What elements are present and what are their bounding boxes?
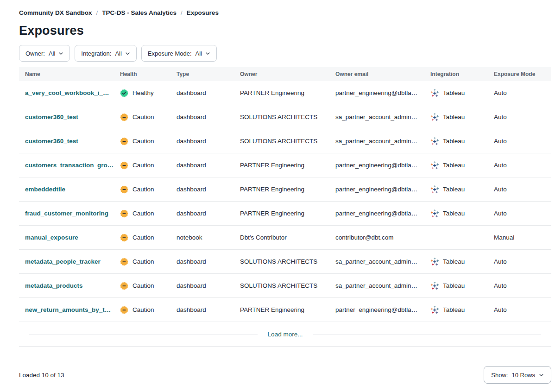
owner-cell: PARTNER Engineering — [234, 89, 329, 96]
exposure-name-link[interactable]: metadata_products — [25, 282, 83, 289]
exposure-name-link[interactable]: customers_transaction_gro… — [25, 162, 114, 169]
owner-filter-dropdown[interactable]: Owner: All — [19, 45, 70, 62]
integration-filter-label: Integration: — [81, 50, 111, 57]
chevron-down-icon — [539, 373, 544, 378]
health-status-icon — [120, 137, 128, 145]
exposure-name-link[interactable]: metadata_people_tracker — [25, 258, 101, 265]
type-cell: notebook — [170, 234, 234, 241]
owner-cell: SOLUTIONS ARCHITECTS — [234, 258, 329, 265]
owner-email-cell: sa_partner_account_admin… — [329, 114, 424, 120]
health-label: Caution — [132, 234, 154, 241]
owner-email-cell: partner_engineering@dbtla… — [329, 306, 424, 313]
breadcrumb-item-account[interactable]: Community DX Sandbox — [19, 9, 92, 16]
integration-cell: Tableau — [424, 305, 488, 314]
chevron-down-icon — [58, 51, 63, 56]
divider — [29, 334, 258, 335]
table-row: fraud_customer_monitoring — [19, 202, 551, 226]
health-label: Caution — [132, 162, 154, 169]
tableau-icon — [430, 281, 439, 290]
integration-cell: Tableau — [424, 137, 488, 145]
integration-cell: Tableau — [424, 161, 488, 170]
type-cell: dashboard — [170, 138, 234, 145]
integration-label: Tableau — [443, 89, 465, 96]
exposure-mode-cell: Auto — [488, 306, 551, 313]
owner-filter-label: Owner: — [25, 50, 45, 57]
breadcrumb-item-project[interactable]: TPC-DS - Sales Analytics — [102, 9, 177, 16]
exposure-name-link[interactable]: embeddedtile — [25, 186, 65, 193]
divider — [313, 334, 541, 335]
health-label: Caution — [132, 306, 154, 313]
health-label: Caution — [132, 258, 154, 265]
integration-label: Tableau — [443, 186, 465, 193]
page-title: Exposures — [19, 24, 551, 38]
health-status-icon — [120, 161, 128, 170]
health-status-icon — [120, 185, 128, 194]
exposure-name-link[interactable]: new_return_amounts_by_t… — [25, 306, 111, 313]
integration-label: Tableau — [443, 138, 465, 145]
table-row: customers_transaction_gro… — [19, 153, 551, 177]
column-header-owner: Owner — [234, 71, 329, 77]
show-rows-button[interactable]: Show: 10 Rows — [484, 366, 551, 384]
health-label: Caution — [132, 138, 154, 145]
exposure-name-link[interactable]: manual_exposure — [25, 234, 78, 241]
column-header-name: Name — [19, 71, 114, 77]
column-header-health: Health — [114, 71, 170, 77]
chevron-down-icon — [125, 51, 130, 56]
owner-cell: PARTNER Engineering — [234, 162, 329, 169]
health-status-icon — [120, 209, 128, 218]
load-more-button[interactable]: Load more... — [258, 331, 313, 338]
table-row: customer360_test — [19, 129, 551, 153]
type-cell: dashboard — [170, 306, 234, 313]
show-rows-label: Show: — [491, 372, 508, 379]
type-cell: dashboard — [170, 162, 234, 169]
owner-filter-value: All — [49, 50, 55, 57]
integration-filter-value: All — [115, 50, 121, 57]
tableau-icon — [430, 257, 439, 266]
owner-cell: PARTNER Engineering — [234, 306, 329, 313]
tableau-icon — [430, 113, 439, 121]
health-label: Caution — [132, 114, 154, 120]
integration-cell: Tableau — [424, 185, 488, 194]
integration-label: Tableau — [443, 306, 465, 313]
tableau-icon — [430, 185, 439, 194]
exposure-name-link[interactable]: customer360_test — [25, 114, 78, 120]
tableau-icon — [430, 137, 439, 145]
exposures-page: Community DX Sandbox / TPC-DS - Sales An… — [0, 0, 555, 384]
owner-email-cell: sa_partner_account_admin… — [329, 138, 424, 145]
table-body: a_very_cool_workbook_i_… — [19, 81, 551, 322]
table-row: customer360_test — [19, 105, 551, 129]
breadcrumb-item-exposures[interactable]: Exposures — [187, 9, 219, 16]
exposure-mode-cell: Auto — [488, 138, 551, 145]
exposure-mode-cell: Auto — [488, 186, 551, 193]
integration-label: Tableau — [443, 282, 465, 289]
owner-email-cell: partner_engineering@dbtla… — [329, 162, 424, 169]
integration-cell: Tableau — [424, 257, 488, 266]
type-cell: dashboard — [170, 258, 234, 265]
integration-filter-dropdown[interactable]: Integration: All — [75, 45, 137, 62]
exposure-mode-filter-dropdown[interactable]: Exposure Mode: All — [141, 45, 217, 62]
tableau-icon — [430, 209, 439, 218]
table-row: new_return_amounts_by_t… — [19, 298, 551, 322]
breadcrumb-separator: / — [181, 9, 183, 16]
tableau-icon — [430, 161, 439, 170]
exposure-mode-cell: Auto — [488, 114, 551, 120]
owner-email-cell: sa_partner_account_admin… — [329, 282, 424, 289]
type-cell: dashboard — [170, 89, 234, 96]
column-header-owner-email: Owner email — [329, 71, 424, 77]
column-header-exposure-mode: Exposure Mode — [488, 71, 551, 77]
integration-cell: Tableau — [424, 281, 488, 290]
filter-bar: Owner: All Integration: All Exposure Mod… — [19, 45, 551, 62]
exposure-mode-filter-value: All — [196, 50, 202, 57]
column-header-type: Type — [170, 71, 234, 77]
owner-email-cell: partner_engineering@dbtla… — [329, 186, 424, 193]
owner-cell: SOLUTIONS ARCHITECTS — [234, 282, 329, 289]
exposure-name-link[interactable]: a_very_cool_workbook_i_… — [25, 89, 109, 96]
exposure-name-link[interactable]: customer360_test — [25, 138, 78, 145]
health-status-icon — [120, 282, 128, 290]
breadcrumb: Community DX Sandbox / TPC-DS - Sales An… — [19, 9, 551, 16]
owner-cell: SOLUTIONS ARCHITECTS — [234, 138, 329, 145]
integration-label: Tableau — [443, 258, 465, 265]
exposure-mode-cell: Auto — [488, 258, 551, 265]
exposures-table: Name Health Type Owner Owner email Integ… — [19, 67, 551, 346]
exposure-name-link[interactable]: fraud_customer_monitoring — [25, 210, 108, 217]
